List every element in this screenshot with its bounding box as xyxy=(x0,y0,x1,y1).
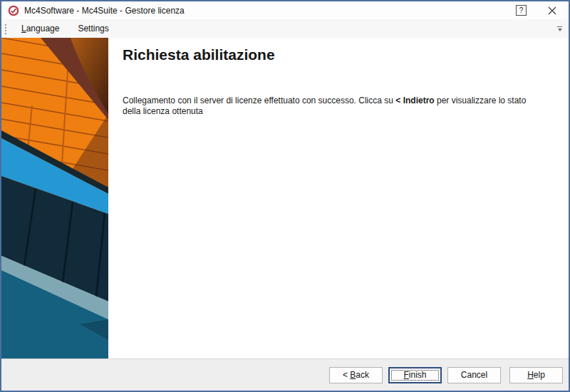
back-button[interactable]: < Back xyxy=(329,367,383,383)
window-title: Mc4Software - Mc4Suite - Gestore licenza xyxy=(24,6,185,16)
page-title: Richiesta abilitazione xyxy=(123,46,543,63)
app-logo-icon xyxy=(8,5,19,16)
titlebar-controls: ? xyxy=(516,4,559,17)
help-icon[interactable]: ? xyxy=(516,5,527,16)
wizard-content: Richiesta abilitazione Collegamento con … xyxy=(108,38,569,359)
menubar: Language Settings xyxy=(1,19,569,38)
close-icon[interactable] xyxy=(546,4,559,17)
help-button[interactable]: Help xyxy=(509,367,563,383)
wizard-buttonbar: < Back Finish Cancel Help xyxy=(1,359,569,391)
menu-settings[interactable]: Settings xyxy=(71,21,115,36)
menu-language[interactable]: Language xyxy=(14,21,66,36)
wizard-body: Richiesta abilitazione Collegamento con … xyxy=(1,38,569,359)
wizard-sidebar-image xyxy=(1,38,108,359)
cancel-button[interactable]: Cancel xyxy=(447,367,501,383)
back-reference: < Indietro xyxy=(395,96,434,105)
finish-button[interactable]: Finish xyxy=(388,367,442,383)
toolbar-overflow-icon[interactable] xyxy=(557,26,564,31)
toolbar-grip-icon[interactable] xyxy=(4,24,7,34)
titlebar: Mc4Software - Mc4Suite - Gestore licenza… xyxy=(1,1,569,19)
app-window: Mc4Software - Mc4Suite - Gestore licenza… xyxy=(0,0,570,392)
status-message: Collegamento con il server di licenze ef… xyxy=(123,96,543,117)
